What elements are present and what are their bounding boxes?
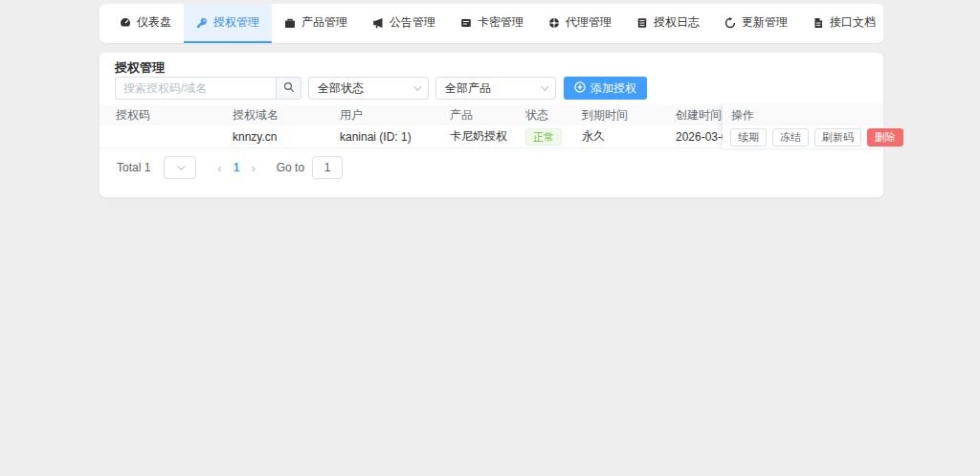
page-title: 授权管理 xyxy=(115,59,165,77)
tab-products[interactable]: 产品管理 xyxy=(272,4,360,43)
megaphone-icon xyxy=(372,17,384,29)
tab-dashboard[interactable]: 仪表盘 xyxy=(107,4,184,43)
search-button[interactable] xyxy=(276,77,301,100)
cell-auth-domain: knnzy.cn xyxy=(233,130,340,144)
tab-authorization[interactable]: 授权管理 xyxy=(184,4,272,43)
chevron-down-icon xyxy=(413,82,421,90)
col-actions-label: 操作 xyxy=(731,107,754,124)
next-page-button[interactable]: › xyxy=(243,161,262,175)
tab-label: 公告管理 xyxy=(390,14,435,31)
agents-icon xyxy=(548,17,560,29)
cell-user: kaninai (ID: 1) xyxy=(340,130,450,144)
status-filter-value: 全部状态 xyxy=(318,80,364,97)
refresh-code-button[interactable]: 刷新码 xyxy=(814,128,861,147)
top-navbar: 仪表盘 授权管理 产品管理 公告管理 卡密管理 代理管理 授权日 xyxy=(100,4,883,43)
refresh-icon xyxy=(724,17,736,29)
tab-label: 接口文档 xyxy=(830,14,876,31)
product-filter-select[interactable]: 全部产品 xyxy=(435,77,556,100)
tab-label: 授权管理 xyxy=(213,14,259,31)
search-input[interactable] xyxy=(115,77,276,100)
filter-toolbar: 全部状态 全部产品 添加授权 xyxy=(115,77,647,100)
plus-circle-icon xyxy=(574,81,586,96)
dashboard-icon xyxy=(120,17,131,29)
tab-label: 产品管理 xyxy=(301,14,347,31)
freeze-button[interactable]: 冻结 xyxy=(772,128,809,147)
search-group xyxy=(115,77,301,100)
tab-label: 更新管理 xyxy=(742,14,788,31)
document-icon xyxy=(813,17,824,29)
col-create-time: 创建时间 xyxy=(676,107,724,124)
tab-label: 卡密管理 xyxy=(478,14,523,31)
page-size-select[interactable] xyxy=(164,156,196,179)
authorization-panel: 授权管理 全部状态 全部产品 添加授权 授权码 xyxy=(100,53,883,197)
chevron-down-icon xyxy=(541,82,548,90)
tab-label: 代理管理 xyxy=(566,14,612,31)
tab-label: 授权日志 xyxy=(654,14,700,31)
tab-card-keys[interactable]: 卡密管理 xyxy=(448,4,536,43)
add-authorization-label: 添加授权 xyxy=(590,80,636,97)
pagination-total: Total 1 xyxy=(117,161,150,174)
tab-auth-logs[interactable]: 授权日志 xyxy=(624,4,712,43)
col-status: 状态 xyxy=(525,107,582,124)
cell-product: 卡尼奶授权 xyxy=(450,128,525,145)
tab-agents[interactable]: 代理管理 xyxy=(536,4,624,43)
col-auth-code: 授权码 xyxy=(116,107,233,124)
col-product: 产品 xyxy=(450,107,525,124)
goto-label: Go to xyxy=(277,161,304,174)
col-actions: 操作 xyxy=(723,104,883,125)
product-icon xyxy=(284,17,296,29)
add-authorization-button[interactable]: 添加授权 xyxy=(564,77,647,100)
tab-api-docs[interactable]: 接口文档 xyxy=(800,4,883,43)
key-icon xyxy=(196,17,208,29)
actions-column: 操作 续期 冻结 刷新码 删除 xyxy=(723,104,883,149)
page-number[interactable]: 1 xyxy=(230,161,244,174)
goto-page-input[interactable] xyxy=(312,156,343,179)
tab-updates[interactable]: 更新管理 xyxy=(712,4,800,43)
prev-page-button[interactable]: ‹ xyxy=(210,161,229,175)
cell-create-time: 2026-03-0 xyxy=(676,130,724,144)
tab-label: 仪表盘 xyxy=(137,14,171,31)
log-icon xyxy=(636,17,648,29)
search-icon xyxy=(283,81,295,96)
status-filter-select[interactable]: 全部状态 xyxy=(308,77,429,100)
row-actions: 续期 冻结 刷新码 删除 xyxy=(723,125,883,149)
pagination: Total 1 ‹ 1 › Go to xyxy=(117,156,343,179)
card-icon xyxy=(460,17,472,29)
renew-button[interactable]: 续期 xyxy=(730,128,767,147)
col-expire-time: 到期时间 xyxy=(582,107,676,124)
status-badge: 正常 xyxy=(525,128,562,146)
delete-button[interactable]: 删除 xyxy=(867,128,903,147)
product-filter-value: 全部产品 xyxy=(445,80,491,97)
cell-status: 正常 xyxy=(525,128,582,146)
tab-announcements[interactable]: 公告管理 xyxy=(360,4,448,43)
cell-expire-time: 永久 xyxy=(582,128,676,145)
col-auth-domain: 授权域名 xyxy=(233,107,340,124)
chevron-down-icon xyxy=(178,162,186,170)
col-user: 用户 xyxy=(340,107,450,124)
